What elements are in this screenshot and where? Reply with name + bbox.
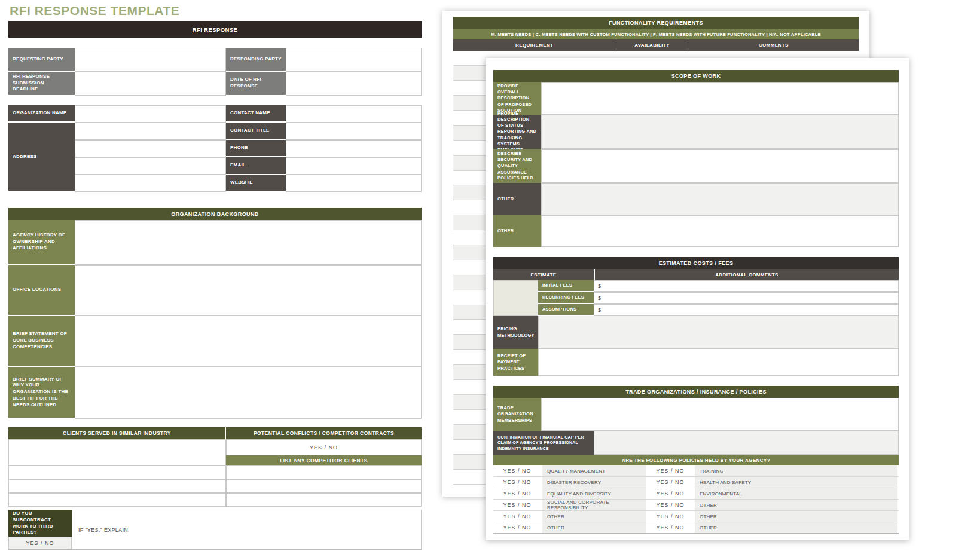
contact-title-field[interactable] (286, 123, 422, 140)
scope-other-1-field[interactable] (541, 183, 899, 215)
competitor-clients-field-1[interactable] (226, 465, 422, 479)
contact-name-field[interactable] (286, 105, 422, 123)
training-yes-no[interactable]: YES / NO (647, 465, 694, 476)
trade-organizations-header: TRADE ORGANIZATIONS / INSURANCE / POLICI… (493, 386, 899, 398)
rfi-parties-table: REQUESTING PARTY RESPONDING PARTY RFI RE… (8, 48, 422, 96)
health-safety-yes-no[interactable]: YES / NO (647, 477, 694, 488)
policy-row-4: YES / NO SOCIAL AND CORPORATE RESPONSIBI… (493, 500, 899, 511)
environmental-yes-no[interactable]: YES / NO (647, 488, 694, 499)
office-locations-field[interactable] (75, 265, 422, 316)
pricing-methodology-field[interactable] (538, 316, 899, 349)
scope-of-work-header: SCOPE OF WORK (493, 70, 899, 82)
scope-of-work-section: SCOPE OF WORK PROVIDE OVERALL DESCRIPTIO… (493, 70, 899, 247)
financial-cap-confirmation-field[interactable] (594, 431, 899, 455)
policy-other-4-yes-no[interactable]: YES / NO (493, 522, 541, 533)
competitor-clients-field-3[interactable] (226, 493, 422, 507)
address-line-1-field[interactable] (75, 123, 226, 140)
subcontract-yes-no[interactable]: YES / NO (8, 537, 72, 549)
core-competencies-label: BRIEF STATEMENT OF CORE BUSINESS COMPETE… (8, 316, 75, 367)
subcontract-explain-field[interactable]: IF "YES," EXPLAIN: (72, 510, 422, 549)
training-label: TRAINING (694, 465, 899, 476)
trade-memberships-field[interactable] (541, 398, 899, 431)
clients-served-field-3[interactable] (8, 479, 226, 493)
organization-background-section: ORGANIZATION BACKGROUND AGENCY HISTORY O… (8, 208, 422, 419)
receipt-payment-label: RECEIPT OF PAYMENT PRACTICES (493, 349, 538, 376)
status-reporting-label: PROVIDE DESCRIPTION OF STATUS REPORTING … (493, 115, 541, 149)
assumptions-field[interactable]: $ (594, 304, 899, 316)
quality-management-label: QUALITY MANAGEMENT (541, 465, 647, 476)
contact-name-label: CONTACT NAME (226, 105, 286, 123)
policy-row-5: YES / NO OTHER YES / NO OTHER (493, 511, 899, 522)
date-of-rfi-response-field[interactable] (286, 72, 422, 96)
clients-served-field-2[interactable] (8, 465, 226, 479)
policy-other-2-yes-no[interactable]: YES / NO (493, 511, 541, 522)
policy-row-3: YES / NO EQUALITY AND DIVERSITY YES / NO… (493, 488, 899, 500)
address-label: ADDRESS (8, 123, 75, 192)
security-quality-field[interactable] (541, 149, 899, 183)
scope-other-2-label: OTHER (493, 215, 541, 247)
policy-row-6: YES / NO OTHER YES / NO OTHER (493, 522, 899, 534)
fees-additional-comments-field[interactable] (493, 280, 538, 316)
address-line-2-field[interactable] (75, 140, 226, 157)
clients-conflicts-section: CLIENTS SERVED IN SIMILAR INDUSTRY POTEN… (8, 427, 422, 507)
address-line-3-field[interactable] (75, 157, 226, 175)
organization-name-field[interactable] (75, 105, 226, 123)
policy-other-1-yes-no[interactable]: YES / NO (647, 500, 694, 510)
policy-other-2-label: OTHER (541, 511, 647, 522)
clients-served-field-1[interactable] (8, 439, 226, 465)
quality-management-yes-no[interactable]: YES / NO (493, 465, 541, 476)
scope-other-2-field[interactable] (541, 215, 899, 247)
policy-other-5-yes-no[interactable]: YES / NO (647, 522, 694, 533)
disaster-recovery-yes-no[interactable]: YES / NO (493, 477, 541, 488)
trade-memberships-label: TRADE ORGANIZATION MEMBERSHIPS (493, 398, 541, 431)
submission-deadline-field[interactable] (75, 72, 226, 96)
social-responsibility-yes-no[interactable]: YES / NO (493, 500, 541, 510)
responding-party-field[interactable] (286, 48, 422, 72)
proposed-solution-field[interactable] (541, 82, 899, 115)
email-label: EMAIL (226, 157, 286, 175)
email-field[interactable] (286, 157, 422, 175)
best-fit-summary-field[interactable] (75, 367, 422, 419)
policy-other-3-yes-no[interactable]: YES / NO (647, 511, 694, 522)
comments-column-header: COMMENTS (688, 39, 859, 51)
page-title: RFI RESPONSE TEMPLATE (10, 4, 179, 18)
equality-diversity-yes-no[interactable]: YES / NO (493, 488, 541, 499)
conflicts-yes-no[interactable]: YES / NO (226, 439, 422, 455)
equality-diversity-label: EQUALITY AND DIVERSITY (541, 488, 647, 499)
potential-conflicts-header: POTENTIAL CONFLICTS / COMPETITOR CONTRAC… (226, 427, 422, 439)
scope-other-1-label: OTHER (493, 183, 541, 215)
clients-served-field-4[interactable] (8, 493, 226, 507)
responding-party-label: RESPONDING PARTY (226, 48, 286, 72)
website-label: WEBSITE (226, 175, 286, 192)
page-scope-costs-trade: SCOPE OF WORK PROVIDE OVERALL DESCRIPTIO… (486, 58, 909, 540)
requesting-party-field[interactable] (75, 48, 226, 72)
status-reporting-field[interactable] (541, 115, 899, 149)
pricing-methodology-label: PRICING METHODOLOGY (493, 316, 538, 349)
initial-fees-label: INITIAL FEES (538, 280, 594, 292)
page-rfi-response: RFI RESPONSE TEMPLATE RFI RESPONSE REQUE… (0, 0, 444, 557)
phone-field[interactable] (286, 140, 422, 157)
recurring-fees-label: RECURRING FEES (538, 292, 594, 304)
policy-other-1-label: OTHER (694, 500, 899, 510)
address-line-4-field[interactable] (75, 175, 226, 192)
website-field[interactable] (286, 175, 422, 192)
policy-row-2: YES / NO DISASTER RECOVERY YES / NO HEAL… (493, 477, 899, 488)
agency-history-label: AGENCY HISTORY OF OWNERSHIP AND AFFILIAT… (8, 220, 75, 265)
office-locations-label: OFFICE LOCATIONS (8, 265, 75, 316)
policies-held-header: ARE THE FOLLOWING POLICIES HELD BY YOUR … (493, 455, 899, 465)
environmental-label: ENVIRONMENTAL (694, 488, 899, 499)
core-competencies-field[interactable] (75, 316, 422, 367)
agency-history-field[interactable] (75, 220, 422, 265)
social-responsibility-label: SOCIAL AND CORPORATE RESPONSIBILITY (541, 500, 647, 510)
functionality-requirements-header: FUNCTIONALITY REQUIREMENTS (453, 17, 859, 29)
organization-background-header: ORGANIZATION BACKGROUND (8, 208, 422, 220)
recurring-fees-field[interactable]: $ (594, 292, 899, 304)
subcontract-explain-label: IF "YES," EXPLAIN: (78, 527, 130, 533)
competitor-clients-field-2[interactable] (226, 479, 422, 493)
receipt-payment-field[interactable] (538, 349, 899, 376)
availability-column-header: AVAILABILITY (616, 39, 689, 51)
health-safety-label: HEALTH AND SAFETY (694, 477, 899, 488)
requesting-party-label: REQUESTING PARTY (8, 48, 75, 72)
initial-fees-field[interactable]: $ (594, 280, 899, 292)
rfi-response-banner: RFI RESPONSE (8, 21, 422, 38)
